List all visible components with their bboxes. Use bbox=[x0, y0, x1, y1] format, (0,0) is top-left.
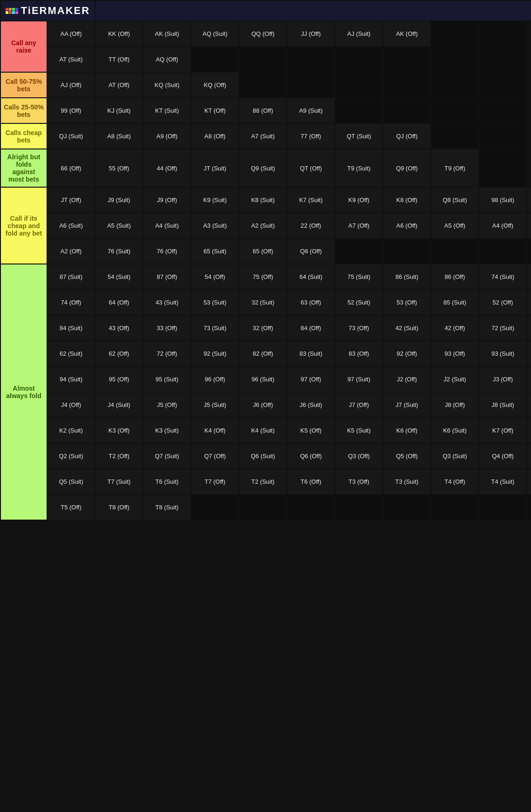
card-cell: T8 (Off) bbox=[95, 494, 143, 520]
card-cell: J6 (Off) bbox=[239, 392, 287, 418]
card-cell bbox=[431, 123, 479, 149]
card-cell: 44 (Off) bbox=[143, 149, 191, 187]
tier-row: A2 (Off)76 (Suit)76 (Off)65 (Suit)65 (Of… bbox=[0, 238, 531, 264]
card-cell: 83 (Suit) bbox=[287, 341, 335, 366]
card-cell: K3 (Suit) bbox=[143, 418, 191, 443]
card-cell: 96 (Suit) bbox=[239, 366, 287, 392]
card-cell: 95 (Suit) bbox=[143, 366, 191, 392]
card-cell: AJ (Suit) bbox=[335, 21, 383, 47]
card-cell: K9 (Suit) bbox=[191, 187, 239, 213]
card-cell: T4 (Suit) bbox=[479, 469, 527, 494]
card-cell: 64 (Off) bbox=[95, 290, 143, 315]
card-cell bbox=[383, 98, 431, 123]
tier-row: Alright but folds against most bets66 (O… bbox=[0, 149, 531, 187]
card-cell: 75 (Suit) bbox=[335, 264, 383, 290]
tier-row: K2 (Suit)K3 (Off)K3 (Suit)K4 (Off)K4 (Su… bbox=[0, 418, 531, 443]
card-cell: 76 (Off) bbox=[143, 238, 191, 264]
card-cell: 95 (Off) bbox=[95, 366, 143, 392]
card-cell bbox=[191, 47, 239, 72]
card-cell: 82 (Suit) bbox=[527, 315, 531, 341]
card-cell: 86 (Suit) bbox=[383, 264, 431, 290]
card-cell: K6 (Off) bbox=[383, 418, 431, 443]
card-cell bbox=[431, 47, 479, 72]
card-cell bbox=[479, 98, 527, 123]
tier-label-calls-25-50: Calls 25-50% bets bbox=[0, 98, 47, 123]
card-cell: A4 (Suit) bbox=[143, 213, 191, 238]
card-cell: J6 (Suit) bbox=[287, 392, 335, 418]
logo-cell: TiERMAKER bbox=[0, 0, 95, 21]
card-cell: 84 (Suit) bbox=[47, 315, 95, 341]
card-cell: T7 (Off) bbox=[191, 469, 239, 494]
card-cell: 53 (Off) bbox=[383, 290, 431, 315]
card-cell bbox=[335, 72, 383, 98]
header-spacer bbox=[95, 0, 531, 21]
card-cell bbox=[479, 72, 527, 98]
card-cell: KQ (Off) bbox=[191, 72, 239, 98]
card-cell: Q2 (Suit) bbox=[47, 443, 95, 469]
card-cell: 63 (Off) bbox=[287, 290, 335, 315]
card-cell: KT (Off) bbox=[191, 98, 239, 123]
card-cell bbox=[383, 72, 431, 98]
card-cell: T8 (Suit) bbox=[143, 494, 191, 520]
card-cell: QQ (Off) bbox=[239, 21, 287, 47]
card-cell bbox=[479, 21, 527, 47]
card-cell: 22 (Off) bbox=[287, 213, 335, 238]
card-cell: Q8 (Suit) bbox=[431, 187, 479, 213]
card-cell: 32 (Off) bbox=[239, 315, 287, 341]
card-cell bbox=[383, 238, 431, 264]
card-cell: T4 (Off) bbox=[431, 469, 479, 494]
card-cell: A3 (Suit) bbox=[191, 213, 239, 238]
card-cell: Q6 (Off) bbox=[287, 443, 335, 469]
card-cell: 73 (Suit) bbox=[191, 315, 239, 341]
card-cell: Q5 (Suit) bbox=[47, 469, 95, 494]
card-cell: KK (Off) bbox=[95, 21, 143, 47]
card-cell bbox=[431, 21, 479, 47]
card-cell bbox=[431, 98, 479, 123]
card-cell: K3 (Off) bbox=[95, 418, 143, 443]
card-cell: A5 (Suit) bbox=[95, 213, 143, 238]
card-cell: J3 (Suit) bbox=[527, 366, 531, 392]
card-cell: 62 (Suit) bbox=[47, 341, 95, 366]
tier-row: 94 (Suit)95 (Off)95 (Suit)96 (Off)96 (Su… bbox=[0, 366, 531, 392]
card-cell: T6 (Suit) bbox=[143, 469, 191, 494]
card-cell: Q4 (Off) bbox=[479, 443, 527, 469]
card-cell: T7 (Suit) bbox=[95, 469, 143, 494]
card-cell: 54 (Suit) bbox=[95, 264, 143, 290]
tier-table: TiERMAKER Call any raiseAA (Off)KK (Off)… bbox=[0, 0, 531, 521]
card-cell: KJ (Suit) bbox=[95, 98, 143, 123]
tier-row: Almost always fold87 (Suit)54 (Suit)87 (… bbox=[0, 264, 531, 290]
card-cell: 65 (Off) bbox=[239, 238, 287, 264]
card-cell bbox=[479, 238, 527, 264]
card-cell: AQ (Off) bbox=[143, 47, 191, 72]
tier-label-call-any-raise: Call any raise bbox=[0, 21, 47, 72]
tier-label-calls-cheap: Calls cheap bets bbox=[0, 123, 47, 149]
card-cell bbox=[431, 494, 479, 520]
card-cell: JT (Suit) bbox=[191, 149, 239, 187]
card-cell: J7 (Suit) bbox=[383, 392, 431, 418]
card-cell: 42 (Off) bbox=[431, 315, 479, 341]
card-cell: A6 (Suit) bbox=[47, 213, 95, 238]
tier-row: T5 (Off)T8 (Off)T8 (Suit) bbox=[0, 494, 531, 520]
card-cell: T2 (Suit) bbox=[239, 469, 287, 494]
card-cell: 43 (Off) bbox=[95, 315, 143, 341]
card-cell: K8 (Off) bbox=[383, 187, 431, 213]
card-cell bbox=[479, 47, 527, 72]
card-cell bbox=[239, 47, 287, 72]
card-cell: K8 (Suit) bbox=[239, 187, 287, 213]
card-cell: 72 (Off) bbox=[143, 341, 191, 366]
card-cell: T3 (Off) bbox=[335, 469, 383, 494]
card-cell: Q9 (Off) bbox=[383, 149, 431, 187]
card-cell: 85 (Suit) bbox=[431, 290, 479, 315]
card-cell: Q3 (Suit) bbox=[431, 443, 479, 469]
card-cell: A8 (Suit) bbox=[95, 123, 143, 149]
card-cell bbox=[383, 494, 431, 520]
card-cell: A9 (Off) bbox=[143, 123, 191, 149]
app-logo: TiERMAKER bbox=[5, 5, 91, 17]
card-cell: 92 (Suit) bbox=[191, 341, 239, 366]
card-cell: 64 (Suit) bbox=[287, 264, 335, 290]
card-cell: Q8 (Off) bbox=[287, 238, 335, 264]
card-cell: 98 (Off) bbox=[527, 187, 531, 213]
card-cell: AT (Suit) bbox=[47, 47, 95, 72]
card-cell: 99 (Off) bbox=[47, 98, 95, 123]
card-cell bbox=[335, 98, 383, 123]
